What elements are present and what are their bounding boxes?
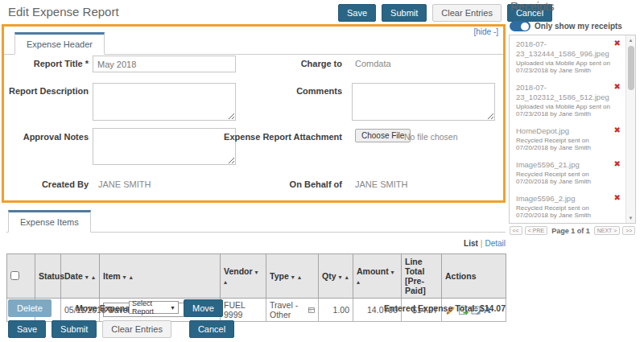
receipt-item: Image5596_21.jpg Recycled Receipt sent o…: [510, 156, 635, 190]
created-by-label: Created By: [8, 179, 89, 189]
receipt-name[interactable]: 2018-07-23_132444_1586_996.jpeg: [516, 39, 611, 59]
page-title: Edit Expense Report: [8, 5, 119, 19]
last-page-button[interactable]: >>: [622, 226, 635, 235]
prev-page-button[interactable]: < PRE: [525, 226, 547, 235]
col-item[interactable]: Item ▾ ▴: [100, 254, 221, 299]
tab-expense-header[interactable]: Expense Header: [14, 32, 105, 55]
receipt-meta: Recycled Receipt sent on 07/20/2018 by J…: [516, 171, 611, 186]
receipt-item: Image5596_2.jpg Recycled Receipt sent on…: [510, 190, 635, 224]
tab-expense-items[interactable]: Expense Items: [8, 210, 91, 233]
type-cell: Travel - Other: [266, 299, 319, 322]
submit-button[interactable]: Submit: [52, 320, 97, 338]
choose-file-button[interactable]: Choose File: [355, 129, 411, 142]
move-report-select[interactable]: Select Report ▼: [129, 301, 179, 314]
on-behalf-of-label: On Behalf of: [220, 179, 342, 189]
col-item-label: Item: [103, 271, 121, 281]
delete-receipt-icon[interactable]: ✖: [614, 193, 621, 202]
receipt-meta: Recycled Receipt sent on 07/20/2018 by J…: [516, 137, 611, 152]
chevron-down-icon: ▼: [170, 305, 175, 311]
receipts-filter-row: Only show my receipts: [510, 21, 622, 31]
header-tabbar: Expense Header: [4, 32, 503, 55]
view-switcher: List|Detail: [328, 239, 506, 248]
list-view-link[interactable]: List: [464, 239, 478, 248]
select-all-checkbox[interactable]: [10, 271, 19, 280]
detail-view-link[interactable]: Detail: [485, 239, 506, 248]
save-button[interactable]: Save: [338, 4, 376, 22]
cancel-button[interactable]: Cancel: [189, 320, 234, 338]
expense-report-page: Edit Expense Report Save Submit Clear En…: [0, 0, 644, 342]
delete-receipt-icon[interactable]: ✖: [614, 82, 621, 91]
table-header-row: Status Date ▾ ▴ Item ▾ ▴ Vendor ▾ ▴ Type…: [7, 254, 506, 299]
save-button[interactable]: Save: [8, 320, 46, 338]
receipt-name[interactable]: HomeDepot.jpg: [516, 126, 611, 136]
report-description-label: Report Description: [8, 86, 89, 96]
clear-entries-button[interactable]: Clear Entries: [432, 4, 502, 22]
report-title-input[interactable]: [93, 56, 236, 72]
file-status-text: No file chosen: [404, 132, 458, 142]
col-qty-label: Qty: [322, 271, 336, 281]
page-indicator: Page 1 of 1: [550, 227, 592, 235]
col-vendor-label: Vendor: [224, 266, 253, 276]
col-amount[interactable]: Amount ▾ ▴: [353, 254, 402, 299]
attachment-label: Expense Report Attachment: [220, 132, 342, 142]
col-line-total: Line Total [Pre-Paid]: [402, 254, 442, 299]
delete-receipt-icon[interactable]: ✖: [614, 39, 621, 47]
sort-icons[interactable]: ▾ ▴: [123, 274, 134, 281]
view-separator: |: [481, 239, 483, 248]
receipt-meta: Uploaded via Mobile App sent on 07/23/20…: [516, 103, 611, 118]
expense-header-section: [hide -] Expense Header Report Title * C…: [2, 24, 506, 203]
comments-label: Comments: [220, 86, 342, 96]
col-date-label: Date: [64, 271, 83, 281]
only-my-receipts-toggle[interactable]: [510, 21, 530, 31]
receipt-name[interactable]: Image5596_2.jpg: [516, 194, 611, 204]
move-select-wrap: Select Report ▼: [129, 301, 179, 314]
receipt-item: 2018-07-23_102312_1586_512.jpeg Uploaded…: [510, 79, 635, 122]
card-icon: [308, 307, 315, 314]
receipt-item: 2018-07-23_132444_1586_996.jpeg Uploaded…: [510, 35, 635, 79]
sort-icons[interactable]: ▾ ▴: [85, 274, 96, 281]
sort-icons[interactable]: ▾ ▴: [338, 274, 349, 281]
next-page-button[interactable]: NEXT >: [594, 226, 621, 235]
move-report-select-value: Select Report: [132, 299, 170, 315]
scroll-down-icon[interactable]: ▼: [626, 213, 635, 223]
receipts-scrollbar[interactable]: ▲ ▼: [625, 35, 635, 223]
receipt-meta: Recycled Receipt sent on 07/20/2018 by J…: [516, 204, 611, 220]
created-by-value: JANE SMITH: [98, 179, 151, 189]
submit-button[interactable]: Submit: [382, 4, 427, 22]
charge-to-label: Charge to: [220, 59, 342, 68]
col-qty[interactable]: Qty ▾ ▴: [319, 254, 353, 299]
col-vendor[interactable]: Vendor ▾ ▴: [221, 254, 266, 299]
clear-entries-button[interactable]: Clear Entries: [102, 320, 171, 338]
charge-to-value: Comdata: [355, 59, 391, 68]
receipts-title: Receipts: [510, 0, 554, 13]
scroll-up-icon[interactable]: ▲: [626, 35, 635, 45]
receipt-name[interactable]: 2018-07-23_102312_1586_512.jpeg: [516, 83, 611, 102]
approval-notes-label: Approval Notes: [8, 132, 89, 142]
col-status: Status: [35, 254, 61, 299]
delete-receipt-icon[interactable]: ✖: [614, 159, 621, 168]
move-button[interactable]: Move: [184, 299, 223, 317]
only-my-receipts-label: Only show my receipts: [535, 22, 622, 31]
report-title-label: Report Title *: [8, 59, 89, 68]
receipt-name[interactable]: Image5596_21.jpg: [516, 160, 611, 170]
receipts-list: 2018-07-23_132444_1586_996.jpeg Uploaded…: [509, 35, 636, 224]
select-all-cell: [7, 254, 35, 299]
items-tabbar: Expense Items: [6, 210, 506, 233]
comments-textarea[interactable]: [352, 83, 495, 121]
receipts-pagination: << < PRE Page 1 of 1 NEXT > >>: [509, 226, 636, 235]
scrollbar-thumb[interactable]: [628, 46, 634, 90]
on-behalf-of-value: JANE SMITH: [355, 179, 407, 189]
col-date[interactable]: Date ▾ ▴: [61, 254, 100, 299]
col-type[interactable]: Type ▾ ▴: [266, 254, 319, 299]
col-actions: Actions: [442, 254, 506, 299]
report-description-textarea[interactable]: [93, 83, 236, 121]
approval-notes-textarea[interactable]: [93, 128, 236, 165]
col-amount-label: Amount: [357, 266, 389, 276]
col-type-label: Type: [270, 271, 289, 281]
delete-button[interactable]: Delete: [8, 299, 52, 317]
bottom-toolbar: Save Submit Clear Entries Cancel: [8, 320, 234, 338]
sort-icons[interactable]: ▾ ▴: [291, 274, 302, 281]
first-page-button[interactable]: <<: [510, 226, 522, 235]
vendor-cell: FUEL 9999: [221, 299, 266, 322]
delete-receipt-icon[interactable]: ✖: [614, 126, 621, 134]
